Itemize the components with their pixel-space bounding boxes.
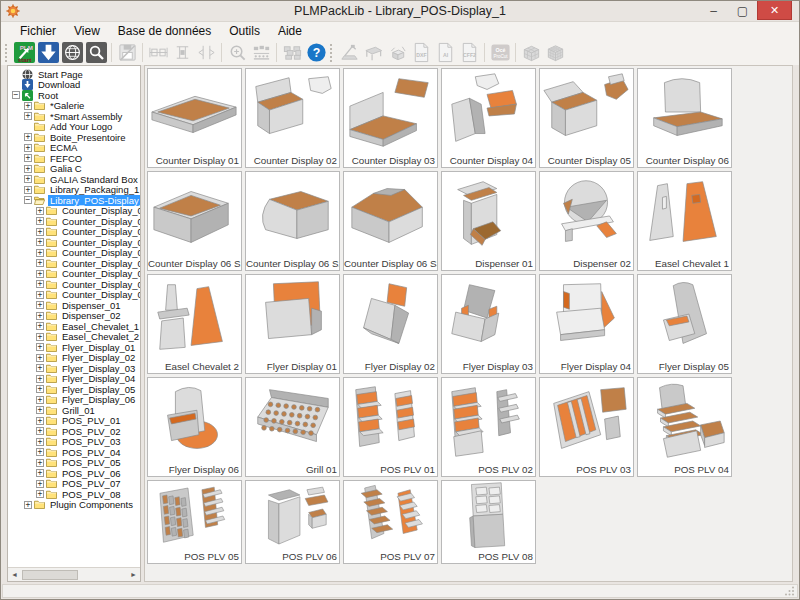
expand-icon[interactable]: + [36,291,44,299]
expand-icon[interactable]: + [36,469,44,477]
tree-item-root[interactable]: −Root [10,90,140,101]
dimension-annotate-button[interactable] [249,41,273,65]
expand-icon[interactable]: + [36,480,44,488]
save-component-button[interactable] [115,41,139,65]
expand-icon[interactable]: + [36,228,44,236]
tree-item-label[interactable]: POS_PLV_01 [60,415,122,426]
tree-item-label[interactable]: Download [36,79,82,90]
expand-icon[interactable]: + [36,354,44,362]
library-item-pos-plv-02[interactable]: POS PLV 02 [441,377,536,477]
tree-item-label[interactable]: Add Your Logo [48,121,114,132]
tree-item-dispenser-01[interactable]: +Dispenser_01 [10,300,140,311]
library-item-counter-display-03[interactable]: Counter Display 03 [343,68,438,168]
tree-item-easel-chevalet-2[interactable]: +Easel_Chevalet_2 [10,332,140,343]
download-button[interactable] [36,41,60,65]
expand-icon[interactable]: + [36,312,44,320]
plm-start-button[interactable]: PLMstart [12,41,36,65]
tree-item-label[interactable]: *Galerie [48,100,86,111]
expand-icon[interactable]: + [36,406,44,414]
library-item-counter-display-06-s2[interactable]: Counter Display 06 S2 [245,171,340,271]
tree-item-flyer-display-01[interactable]: +Flyer_Display_01 [10,342,140,353]
expand-icon[interactable]: + [36,280,44,288]
expand-icon[interactable]: + [36,448,44,456]
tree-item-label[interactable]: GALIA Standard Box [48,174,140,185]
tree-item-galia-standard-box[interactable]: +GALIA Standard Box [10,174,140,185]
tree-item-label[interactable]: Dispenser_01 [60,300,123,311]
menu-outils[interactable]: Outils [220,23,269,40]
components-button[interactable] [280,41,304,65]
tree-item-fefco[interactable]: +FEFCO [10,153,140,164]
expand-icon[interactable]: + [36,385,44,393]
tree-item-counter-display-06-s2[interactable]: +Counter_Display_06_S2 [10,279,140,290]
tree-item-label[interactable]: FEFCO [48,153,84,164]
tree-item-label[interactable]: POS_PLV_05 [60,457,122,468]
tree-item-label[interactable]: Flyer_Display_03 [60,363,137,374]
search-button[interactable] [84,41,108,65]
library-item-counter-display-06-s3[interactable]: Counter Display 06 S3 [343,171,438,271]
export-dxf-button[interactable]: DXF [409,41,433,65]
expand-icon[interactable]: + [36,207,44,215]
cutting-machine-button[interactable] [337,41,361,65]
tree-item-counter-display-06-s3[interactable]: +Counter_Display_06_S3 [10,290,140,301]
tree-item-label[interactable]: Counter_Display_06 [60,258,140,269]
tree-item-label[interactable]: Counter_Display_02 [60,216,140,227]
toolbar-grip[interactable] [330,44,333,62]
library-item-flyer-display-03[interactable]: Flyer Display 03 [441,274,536,374]
tree-item-label[interactable]: Galia C [48,163,84,174]
expand-icon[interactable]: + [24,186,32,194]
minimize-button[interactable]: – [699,1,728,20]
tree-item-counter-display-04[interactable]: +Counter_Display_04 [10,237,140,248]
tree-item-label[interactable]: Flyer_Display_05 [60,384,137,395]
help-button[interactable]: ? [304,41,328,65]
menu-fichier[interactable]: Fichier [11,23,65,40]
expand-icon[interactable]: + [24,175,32,183]
tree-item-add-your-logo[interactable]: +Add Your Logo [10,122,140,133]
tree-item-label[interactable]: Plugin Components [48,499,135,510]
web-library-button[interactable] [60,41,84,65]
scroll-thumb[interactable] [22,570,78,580]
expand-icon[interactable]: + [36,301,44,309]
tree-item-label[interactable]: Root [36,90,60,101]
expand-icon[interactable]: + [36,459,44,467]
tree-item-pos-plv-08[interactable]: +POS_PLV_08 [10,489,140,500]
library-item-flyer-display-06[interactable]: Flyer Display 06 [147,377,242,477]
tree-item-label[interactable]: POS_PLV_08 [60,489,122,500]
tree-item-label[interactable]: POS_PLV_02 [60,426,122,437]
tree-item-pos-plv-05[interactable]: +POS_PLV_05 [10,458,140,469]
library-item-flyer-display-02[interactable]: Flyer Display 02 [343,274,438,374]
tree-item-label[interactable]: Flyer_Display_04 [60,373,137,384]
tree-item-counter-display-06-s1[interactable]: +Counter_Display_06_S1 [10,269,140,280]
expand-icon[interactable]: + [36,322,44,330]
resize-grip[interactable] [785,582,795,600]
tree-item-label[interactable]: Counter_Display_06_S2 [60,279,140,290]
tree-item-galia-c[interactable]: +Galia C [10,164,140,175]
tree-item-flyer-display-03[interactable]: +Flyer_Display_03 [10,363,140,374]
expand-icon[interactable]: + [24,154,32,162]
dimension-section-button[interactable] [194,41,218,65]
expand-icon[interactable]: + [36,333,44,341]
library-item-counter-display-04[interactable]: Counter Display 04 [441,68,536,168]
dimension-profile-button[interactable] [170,41,194,65]
library-item-easel-chevalet-1[interactable]: Easel Chevalet 1 [637,171,732,271]
tree-item-label[interactable]: Easel_Chevalet_1 [60,321,140,332]
maximize-button[interactable]: ▢ [728,1,757,20]
library-item-counter-display-05[interactable]: Counter Display 05 [539,68,634,168]
tree-item-boite-presentoire[interactable]: +Boite_Presentoire [10,132,140,143]
tree-item-pos-plv-04[interactable]: +POS_PLV_04 [10,447,140,458]
expand-icon[interactable]: + [36,427,44,435]
tree-item-label[interactable]: POS_PLV_04 [60,447,122,458]
tree-item-label[interactable]: Counter_Display_01 [60,205,140,216]
tree-item-plugin-components[interactable]: +Plugin Components [10,500,140,511]
scroll-right-arrow-icon[interactable]: ► [127,571,140,578]
oce-procut-button[interactable]: OcéProCut [488,41,512,65]
library-item-pos-plv-01[interactable]: POS PLV 01 [343,377,438,477]
tree-item-pos-plv-03[interactable]: +POS_PLV_03 [10,437,140,448]
library-item-pos-plv-06[interactable]: POS PLV 06 [245,480,340,564]
tree-item-pos-plv-01[interactable]: +POS_PLV_01 [10,416,140,427]
tree-item-pos-plv-02[interactable]: +POS_PLV_02 [10,426,140,437]
tree-item-counter-display-01[interactable]: +Counter_Display_01 [10,206,140,217]
tree-item-label[interactable]: Library_Packaging_1 [48,184,140,195]
library-item-pos-plv-03[interactable]: POS PLV 03 [539,377,634,477]
pallet-solution-button[interactable] [519,41,543,65]
menu-aide[interactable]: Aide [269,23,311,40]
